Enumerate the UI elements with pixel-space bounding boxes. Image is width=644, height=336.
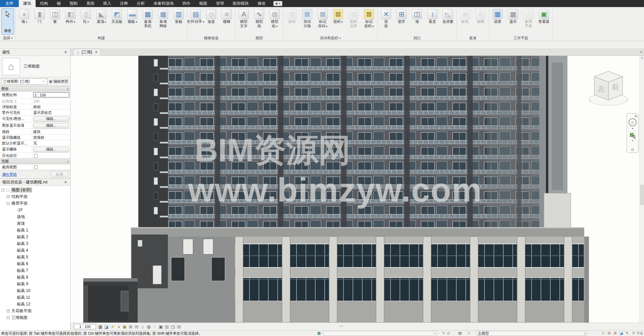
scale-input[interactable]: 1 : 100 (33, 92, 69, 97)
analytical-model-icon[interactable]: ▤ (164, 324, 170, 330)
crop-view-icon[interactable]: ⊠ (128, 324, 134, 330)
ribbon-button-vertical-opening[interactable]: ↕垂直 (425, 8, 440, 35)
select-by-face-icon[interactable]: ◪ (618, 331, 624, 335)
panel-label-工作平面[interactable]: 工作平面 (490, 35, 552, 41)
view-tab-3d[interactable]: ⌂ {三维} ✕ (73, 49, 101, 55)
ribbon-button-ramp[interactable]: ◇坡道 (203, 8, 219, 35)
panel-label-房间和面积[interactable]: 房间和面积▾ (284, 35, 377, 41)
property-value[interactable]: 编辑... (32, 116, 70, 122)
ribbon-button-stairs[interactable]: ≡楼梯 (219, 8, 234, 35)
ribbon-button-shaft[interactable]: ⊞竖井 (394, 8, 409, 35)
panel-label-洞口[interactable]: 洞口 (378, 35, 456, 41)
edit-button[interactable]: 编辑... (33, 123, 69, 128)
tab-预制[interactable]: 预制 (65, 0, 82, 7)
ribbon-button-tag-room[interactable]: ⊠标记房间 ▾ (315, 8, 330, 35)
tree-item[interactable]: +结构平面 (0, 193, 70, 200)
ribbon-button-roof[interactable]: ◣屋顶 ▾ (94, 8, 109, 35)
ribbon-button-component[interactable]: ◧构件 ▾ (63, 8, 78, 35)
visual-style-icon[interactable]: ◪ (103, 324, 109, 330)
section-header[interactable]: 范围∧ (0, 159, 70, 164)
ribbon-button-model-group[interactable]: ◎模型组 ▾ (267, 8, 282, 35)
property-value[interactable]: 按规程 (32, 135, 70, 140)
tree-item[interactable]: 标高 12 (0, 301, 70, 307)
tree-item[interactable]: 屋顶 (0, 220, 70, 227)
tree-item-label[interactable]: 场地 (17, 214, 25, 220)
property-value[interactable] (32, 154, 70, 158)
tree-item-label[interactable]: 天花板平面 (11, 308, 32, 314)
collapse-icon[interactable]: − (7, 316, 10, 319)
collapse-icon[interactable]: − (7, 202, 10, 205)
tree-item-label[interactable]: 标高 4 (17, 248, 28, 253)
tab-file[interactable]: 文件 (0, 0, 19, 7)
tree-item-label[interactable]: 标高 12 (17, 301, 31, 307)
steering-wheel-button[interactable]: ◎ (629, 118, 637, 126)
ribbon-button-floor[interactable]: ▬楼板 ▾ (125, 8, 140, 35)
checkbox[interactable] (34, 154, 38, 158)
tree-item-label[interactable]: 标高 11 (17, 295, 30, 300)
tab-结构[interactable]: 结构 (36, 0, 52, 7)
tree-item-label[interactable]: 结构平面 (11, 194, 28, 200)
close-icon[interactable]: ✕ (95, 50, 98, 54)
tab-系统[interactable]: 系统 (82, 0, 99, 7)
tree-item[interactable]: 场地 (0, 213, 70, 220)
ribbon-button-viewer[interactable]: ▣查看器 (536, 8, 552, 35)
worksets-icon[interactable]: ▦ (316, 331, 322, 335)
collapse-icon[interactable]: ⊖ (631, 147, 634, 152)
relinquish-icon[interactable]: ↯ (466, 331, 471, 335)
ribbon-button-model-line[interactable]: ∿模型线 (251, 8, 267, 35)
collapse-chevron-icon[interactable]: ∧ (66, 160, 69, 163)
chevron-down-icon[interactable]: ▾ (632, 139, 633, 142)
property-value[interactable]: 编辑... (32, 147, 70, 152)
tree-item-label[interactable]: -1F (17, 208, 23, 212)
edit-type-button[interactable]: ▣ 编辑类型 (48, 78, 69, 85)
panel-label-基准[interactable]: 基准 (457, 35, 488, 41)
viewcube[interactable]: 左 前 (588, 65, 631, 119)
tree-item[interactable]: 标高 4 (0, 247, 70, 254)
ribbon-button-tag-area[interactable]: ⊠标记面积 ▾ (361, 8, 377, 35)
displacement-icon[interactable]: ◳ (170, 324, 176, 330)
type-selector-combo[interactable]: 三维视图: {三维}∨ (1, 78, 47, 85)
expand-icon[interactable]: + (7, 309, 10, 312)
tree-item-label[interactable]: 屋顶 (17, 221, 25, 226)
tree-item[interactable]: 标高 3 (0, 240, 70, 247)
tab-体量和场地[interactable]: 体量和场地 (149, 0, 178, 7)
detail-level-icon[interactable]: ▦ (97, 324, 103, 330)
property-value[interactable]: 100 (32, 99, 70, 103)
tree-item[interactable]: 标高 1 (0, 227, 70, 234)
ribbon-button-wall-opening[interactable]: ◫墙 (409, 8, 425, 35)
ribbon-button-ceiling[interactable]: ◩天花板 (109, 8, 125, 35)
tab-修改[interactable]: 修改 (253, 0, 270, 7)
tab-overflow-chevron[interactable]: ▾ (638, 50, 644, 54)
ribbon-button-railing[interactable]: ▤栏杆扶手 ▾ (188, 8, 203, 35)
ribbon-button-door[interactable]: ▮门 (32, 8, 47, 35)
tree-item-label[interactable]: 标高 10 (17, 288, 31, 294)
tree-item[interactable]: 标高 11 (0, 294, 70, 301)
panel-label-构建[interactable]: 构建 (16, 35, 186, 41)
tree-item[interactable]: −楼层平面 (0, 200, 70, 207)
select-pinned-icon[interactable]: ⊠ (612, 331, 618, 335)
property-value[interactable]: 显示原状态 (32, 110, 70, 115)
ribbon-button-workplane-show[interactable]: ▦显示 (505, 8, 521, 35)
apply-button[interactable]: 应用 (51, 171, 68, 177)
tab-建筑[interactable]: 建筑 (19, 0, 36, 7)
edit-button[interactable]: 编辑... (33, 116, 69, 122)
panel-label-楼梯坡道[interactable]: 楼梯坡道 (188, 35, 234, 41)
lock-3d-view-icon[interactable]: ⌂ (140, 324, 146, 330)
temporary-view-properties-icon[interactable]: ▣ (158, 324, 164, 330)
property-value[interactable]: 建筑 (32, 129, 70, 134)
view-scale-button[interactable]: 1 : 100 (74, 324, 96, 329)
expand-icon[interactable]: + (7, 195, 10, 198)
property-value[interactable]: 无 (32, 141, 70, 146)
ribbon-state-toggle[interactable]: ▣▾ (273, 1, 282, 6)
zoom-button[interactable] (630, 133, 635, 138)
tree-item-label[interactable]: 标高 3 (17, 241, 28, 247)
tree-item-label[interactable]: 标高 2 (17, 234, 28, 240)
checkbox[interactable] (34, 165, 38, 169)
design-options-icon[interactable]: ▤ (457, 331, 463, 335)
crop-region-icon[interactable]: ⊞ (134, 324, 140, 330)
tree-item[interactable]: −三维视图 (0, 314, 70, 321)
tree-item[interactable]: 标高 8 (0, 274, 70, 281)
rendering-dialog-icon[interactable]: ◉ (122, 324, 128, 330)
ribbon-button-mullion[interactable]: ▥竖梃 (171, 8, 186, 35)
sun-path-icon[interactable]: ☀ (109, 324, 116, 330)
